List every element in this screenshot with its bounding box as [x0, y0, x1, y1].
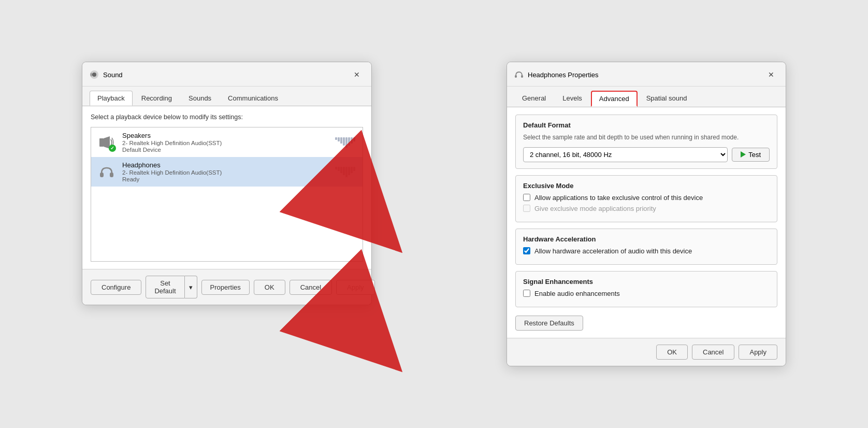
sound-description: Select a playback device below to modify…: [91, 113, 363, 121]
speakers-info: Speakers 2- Realtek High Definition Audi…: [122, 132, 335, 153]
signal-enhancements-row: Enable audio enhancements: [523, 290, 770, 297]
signal-enhancements-title: Signal Enhancements: [523, 278, 770, 286]
device-list[interactable]: ✓ Speakers 2- Realtek High Definition Au…: [91, 127, 363, 262]
default-format-desc: Select the sample rate and bit depth to …: [523, 133, 770, 142]
configure-button[interactable]: Configure: [91, 280, 141, 295]
test-button[interactable]: Test: [732, 148, 770, 162]
headphones-dialog: Headphones Properties ✕ General Levels A…: [507, 62, 786, 366]
sound-title-text: Sound: [103, 71, 350, 79]
signal-enhancements-label: Enable audio enhancements: [534, 290, 620, 297]
sound-tab-bar: Playback Recording Sounds Communications: [82, 87, 371, 106]
hp-title-icon: [514, 70, 524, 79]
hp-tab-levels[interactable]: Levels: [555, 91, 590, 107]
tab-playback[interactable]: Playback: [90, 91, 133, 106]
svg-rect-9: [521, 75, 523, 78]
headphones-status: Ready: [122, 176, 335, 182]
headphones-info: Headphones 2- Realtek High Definition Au…: [122, 161, 335, 182]
hp-tab-bar: General Levels Advanced Spatial sound: [507, 87, 786, 107]
sound-close-button[interactable]: ✕: [350, 67, 364, 82]
sound-title-bar: Sound ✕: [82, 62, 371, 87]
sound-ok-cancel: OK Cancel Apply: [254, 280, 375, 295]
hp-tab-general[interactable]: General: [514, 91, 554, 107]
exclusive-priority-row: Give exclusive mode applications priorit…: [523, 205, 770, 212]
exclusive-priority-label: Give exclusive mode applications priorit…: [534, 205, 656, 212]
device-item-speakers[interactable]: ✓ Speakers 2- Realtek High Definition Au…: [91, 127, 363, 157]
exclusive-mode-section: Exclusive Mode Allow applications to tak…: [515, 175, 777, 222]
hp-tab-advanced[interactable]: Advanced: [591, 91, 638, 107]
exclusive-priority-checkbox[interactable]: [523, 205, 530, 212]
hardware-accel-row: Allow hardware acceleration of audio wit…: [523, 247, 770, 255]
hp-title-text: Headphones Properties: [528, 71, 764, 79]
speakers-sub: 2- Realtek High Definition Audio(SST): [122, 140, 335, 146]
format-select[interactable]: 2 channel, 16 bit, 48000 Hz: [523, 147, 728, 162]
properties-button[interactable]: Properties: [201, 280, 250, 295]
tab-sounds[interactable]: Sounds: [181, 91, 219, 106]
set-default-button[interactable]: Set Default: [146, 276, 184, 298]
exclusive-control-checkbox[interactable]: [523, 194, 530, 201]
sound-title-icon: [90, 70, 99, 79]
test-label: Test: [748, 151, 761, 159]
speakers-status: Default Device: [122, 147, 335, 153]
svg-rect-8: [515, 75, 517, 78]
exclusive-control-label: Allow applications to take exclusive con…: [534, 194, 703, 202]
headphones-name: Headphones: [122, 161, 335, 169]
headphones-bars: [335, 167, 357, 177]
hp-cancel-button[interactable]: Cancel: [692, 345, 734, 360]
hardware-accel-title: Hardware Acceleration: [523, 235, 770, 243]
format-row: 2 channel, 16 bit, 48000 Hz Test: [523, 147, 770, 162]
hardware-accel-checkbox[interactable]: [523, 247, 530, 254]
headphones-sub: 2- Realtek High Definition Audio(SST): [122, 169, 335, 176]
hp-body: Default Format Select the sample rate an…: [507, 107, 786, 338]
svg-rect-4: [100, 173, 104, 177]
speaker-icon: ✓: [96, 132, 117, 153]
tab-recording[interactable]: Recording: [134, 91, 180, 106]
hardware-accel-label: Allow hardware acceleration of audio wit…: [534, 247, 692, 255]
headphone-icon: [96, 162, 117, 182]
set-default-arrow-button[interactable]: ▾: [185, 276, 197, 298]
sound-dialog: Sound ✕ Playback Recording Sounds Commun…: [82, 62, 372, 305]
restore-defaults-button[interactable]: Restore Defaults: [515, 316, 583, 331]
set-default-group: Set Default ▾: [146, 276, 197, 298]
hp-close-button[interactable]: ✕: [764, 67, 778, 82]
exclusive-mode-title: Exclusive Mode: [523, 182, 770, 190]
exclusive-control-row: Allow applications to take exclusive con…: [523, 194, 770, 202]
sound-cancel-button[interactable]: Cancel: [290, 280, 332, 295]
sound-apply-button[interactable]: Apply: [336, 280, 375, 295]
hp-tab-spatial[interactable]: Spatial sound: [639, 91, 695, 107]
tab-communications[interactable]: Communications: [220, 91, 286, 106]
hp-footer: OK Cancel Apply: [507, 338, 786, 366]
hp-title-bar: Headphones Properties ✕: [507, 62, 786, 87]
svg-rect-2: [99, 138, 104, 147]
sound-ok-button[interactable]: OK: [254, 280, 285, 295]
device-item-headphones[interactable]: Headphones 2- Realtek High Definition Au…: [91, 157, 363, 187]
svg-point-1: [92, 73, 96, 77]
hardware-accel-section: Hardware Acceleration Allow hardware acc…: [515, 229, 777, 265]
default-format-title: Default Format: [523, 121, 770, 129]
hp-apply-button[interactable]: Apply: [739, 345, 777, 360]
play-icon: [741, 151, 746, 158]
default-format-section: Default Format Select the sample rate an…: [515, 115, 777, 169]
speakers-bars: [335, 137, 357, 148]
sound-footer: Configure Set Default ▾ Properties OK Ca…: [82, 269, 371, 305]
svg-rect-5: [110, 173, 113, 177]
default-check-icon: ✓: [109, 145, 116, 152]
signal-enhancements-checkbox[interactable]: [523, 290, 530, 297]
hp-ok-button[interactable]: OK: [656, 345, 688, 360]
sound-body: Select a playback device below to modify…: [82, 106, 371, 269]
speakers-name: Speakers: [122, 132, 335, 139]
signal-enhancements-section: Signal Enhancements Enable audio enhance…: [515, 271, 777, 307]
